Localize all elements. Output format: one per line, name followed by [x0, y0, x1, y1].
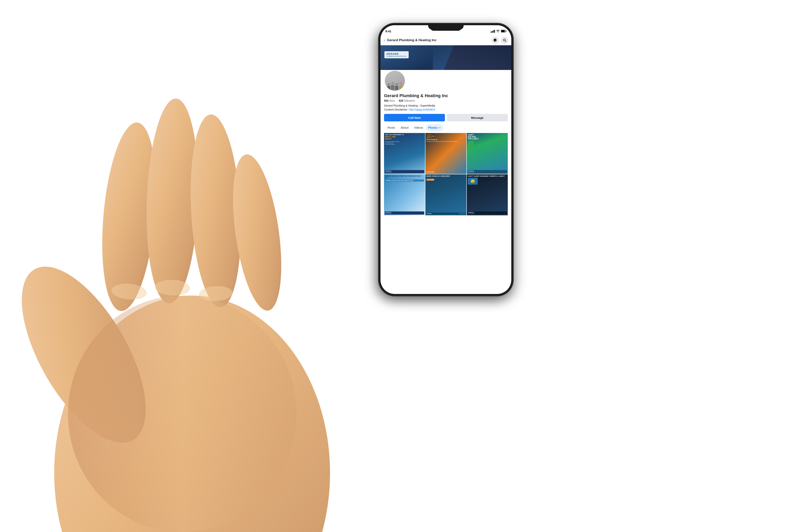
photo-thumb-2[interactable]: Can'ttake theHEAT? Don't Sweat it! Sched… — [425, 133, 467, 174]
avatar-wrapper — [384, 70, 508, 92]
phone-device: 9:41 — [379, 24, 513, 296]
photo-thumb-6[interactable]: CAN'T SLEEP KNOWING THERE'S A LEEK? 😴 GE… — [467, 174, 508, 215]
cover-logo: GERARD PLUMBING AND HEATING INC. — [384, 51, 408, 58]
phone-screen: 9:41 — [380, 25, 511, 294]
search-button[interactable] — [501, 37, 508, 44]
photo-thumb-3[interactable]: CAN'TESCAPETHE LEEK? 🌿 GERARD ★ — [467, 133, 508, 174]
photo-thumb-5[interactable]: NEED YOUR AC CHECKED? CALL NOW GERARD 41… — [425, 174, 467, 215]
tab-photos[interactable]: Photos — [426, 124, 443, 131]
tabs-bar: Posts About Videos Photos — [384, 124, 508, 131]
call-now-button[interactable]: Call Now — [384, 114, 445, 121]
signal-icon — [491, 30, 495, 33]
notch — [430, 25, 462, 31]
message-button[interactable]: Message — [447, 114, 508, 121]
photo-thumb-4[interactable]: When's the last time you checked your AC… — [384, 174, 425, 215]
profile-avatar — [384, 70, 406, 92]
tab-posts[interactable]: Posts — [385, 124, 398, 131]
page-stats: 502 likes · 525 followers — [384, 99, 508, 102]
tab-videos[interactable]: Videos — [412, 124, 426, 131]
status-icons — [491, 30, 507, 33]
hand-illustration — [15, 39, 606, 532]
photo-thumb-1[interactable]: Are you prepared to BEAT THEHEAT? Set yo… — [384, 133, 425, 174]
tab-about[interactable]: About — [398, 124, 411, 131]
photos-grid: Are you prepared to BEAT THEHEAT? Set yo… — [384, 131, 508, 215]
action-buttons: Call Now Message — [384, 114, 508, 121]
back-button[interactable]: ‹ — [384, 38, 385, 43]
messenger-button[interactable] — [492, 37, 499, 44]
navbar-icons — [492, 37, 508, 44]
main-container: 9:41 — [0, 0, 798, 532]
description-link[interactable]: http://spag.es/hjh9DV — [409, 108, 435, 111]
navbar-title: Gerard Plumbing & Heating Inc — [387, 38, 490, 42]
status-time: 9:41 — [385, 30, 391, 33]
battery-icon — [501, 30, 507, 33]
chevron-down-icon — [438, 127, 441, 129]
svg-rect-11 — [506, 31, 507, 32]
svg-line-14 — [505, 41, 506, 41]
profile-section: Gerard Plumbing & Heating Inc 502 likes … — [380, 70, 511, 218]
page-name: Gerard Plumbing & Heating Inc — [384, 93, 508, 98]
svg-rect-12 — [501, 30, 505, 32]
status-bar: 9:41 — [380, 25, 511, 35]
phone-container: 9:41 — [379, 24, 513, 296]
svg-point-6 — [68, 296, 297, 532]
wifi-icon — [496, 30, 500, 33]
facebook-navbar: ‹ Gerard Plumbing & Heating Inc — [380, 35, 511, 45]
page-description: Gerard Plumbing & Heating - SuperMedia C… — [384, 104, 508, 112]
